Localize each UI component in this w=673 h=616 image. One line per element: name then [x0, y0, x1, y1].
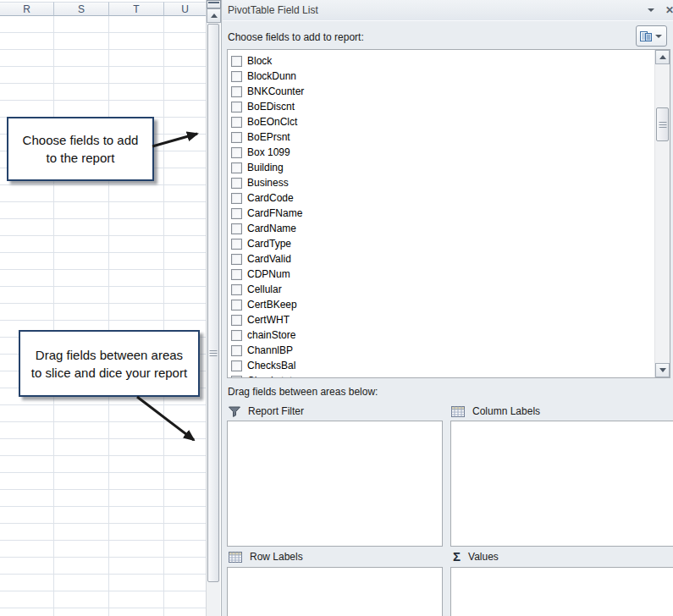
field-label: BoEPrsnt: [247, 131, 290, 143]
area-label: Values: [468, 551, 499, 563]
field-list-item-clipped[interactable]: Checkstat: [231, 373, 654, 378]
field-checkbox[interactable]: [231, 284, 242, 295]
field-checkbox[interactable]: [231, 147, 242, 158]
field-label: Building: [247, 162, 284, 173]
thumb-grip-icon: [659, 120, 666, 129]
field-checkbox[interactable]: [231, 102, 242, 113]
field-label: BlockDunn: [247, 70, 296, 82]
field-list-item[interactable]: Business: [231, 175, 654, 190]
column-labels-dropzone[interactable]: [450, 421, 673, 547]
split-handle[interactable]: [207, 0, 221, 8]
field-label: CDPNum: [247, 268, 290, 280]
field-checkbox[interactable]: [231, 345, 242, 356]
field-list-item[interactable]: CardCode: [231, 190, 654, 206]
field-list-item[interactable]: BoEDiscnt: [231, 99, 654, 114]
arrow-up-icon: [211, 14, 218, 18]
field-label: ChecksBal: [247, 360, 295, 371]
field-list-item[interactable]: Building: [231, 160, 654, 175]
column-header-s[interactable]: S: [54, 2, 109, 16]
field-list-item[interactable]: CardValid: [231, 251, 654, 267]
worksheet-grid[interactable]: [0, 16, 206, 616]
field-list-item[interactable]: ChannlBP: [231, 343, 654, 358]
field-checkbox[interactable]: [231, 193, 242, 204]
field-label: Cellular: [247, 283, 282, 295]
callout-text-line: to the report: [47, 149, 115, 167]
values-dropzone[interactable]: [450, 567, 673, 616]
field-list-scrollbar[interactable]: [654, 50, 670, 377]
column-header-t[interactable]: T: [109, 2, 164, 16]
field-checkbox[interactable]: [231, 315, 242, 326]
field-list-item[interactable]: CertBKeep: [231, 297, 654, 312]
pane-layout-button[interactable]: [636, 25, 667, 47]
field-checkbox[interactable]: [231, 208, 242, 219]
field-list-item[interactable]: CardName: [231, 221, 654, 236]
field-list-item[interactable]: CertWHT: [231, 312, 654, 327]
sheet-vertical-scrollbar[interactable]: [206, 0, 220, 616]
report-filter-dropzone[interactable]: [227, 421, 443, 547]
callout-drag-fields: Drag fields between areas to slice and d…: [19, 330, 200, 397]
field-checkbox[interactable]: [231, 239, 242, 250]
pivottable-field-list-pane: PivotTable Field List ✕ Choose fields to…: [221, 0, 673, 616]
field-checkbox[interactable]: [231, 360, 242, 371]
field-list-item[interactable]: BNKCounter: [231, 84, 654, 99]
field-label: ChannlBP: [247, 344, 293, 356]
field-checkbox[interactable]: [231, 132, 242, 143]
scroll-down-button[interactable]: [655, 363, 670, 377]
field-checkbox[interactable]: [231, 223, 242, 234]
field-checkbox[interactable]: [231, 300, 242, 311]
arrow-up-icon: [659, 55, 666, 59]
field-label: Checkstat: [247, 375, 292, 378]
field-list-item[interactable]: chainStore: [231, 327, 654, 343]
field-checkbox[interactable]: [231, 86, 242, 97]
sigma-icon: Σ: [453, 551, 461, 563]
area-label: Report Filter: [248, 405, 304, 417]
filter-funnel-icon: [229, 406, 240, 417]
field-list-item[interactable]: ChecksBal: [231, 358, 654, 373]
field-label: CardFName: [247, 207, 302, 219]
field-list-item[interactable]: Box 1099: [231, 145, 654, 160]
column-header-u[interactable]: U: [164, 2, 206, 16]
field-checkbox[interactable]: [231, 269, 242, 280]
field-list-item[interactable]: BoEOnClct: [231, 114, 654, 129]
report-filter-header: Report Filter: [229, 404, 304, 418]
area-label: Column Labels: [472, 405, 540, 417]
values-header: Σ Values: [453, 550, 499, 564]
area-label: Row Labels: [250, 551, 303, 563]
field-list-item[interactable]: BlockDunn: [231, 69, 654, 84]
field-list-item[interactable]: Cellular: [231, 282, 654, 297]
gridline: [53, 16, 54, 616]
field-list-item[interactable]: CardType: [231, 236, 654, 251]
field-label: Business: [247, 177, 289, 189]
pane-menu-button[interactable]: [644, 3, 658, 17]
field-label: CardType: [247, 238, 291, 250]
scroll-up-button[interactable]: [655, 50, 670, 64]
scrollbar-thumb[interactable]: [207, 24, 219, 582]
scrollbar-thumb[interactable]: [656, 107, 669, 141]
callout-text-line: Drag fields between areas: [36, 346, 183, 364]
callout-choose-fields: Choose fields to add to the report: [7, 117, 154, 181]
field-label: BoEDiscnt: [247, 101, 295, 113]
field-list-item[interactable]: BoEPrsnt: [231, 129, 654, 145]
arrow-down-icon: [659, 368, 666, 372]
field-list-layout-icon: [639, 30, 653, 43]
field-checkbox[interactable]: [231, 330, 242, 341]
excel-pivot-screen: { "spreadsheet": { "column_headers": ["R…: [0, 0, 673, 616]
field-label: CardCode: [247, 192, 294, 204]
field-list-item[interactable]: CDPNum: [231, 267, 654, 282]
scroll-up-button[interactable]: [207, 8, 221, 23]
field-checkbox[interactable]: [231, 56, 242, 67]
pane-close-button[interactable]: ✕: [663, 3, 673, 17]
pane-titlebar[interactable]: PivotTable Field List ✕: [223, 0, 673, 21]
field-checkbox[interactable]: [231, 376, 242, 379]
field-checkbox[interactable]: [231, 254, 242, 265]
field-checkbox[interactable]: [231, 117, 242, 128]
field-checkbox[interactable]: [231, 162, 242, 173]
field-list-item[interactable]: Block: [231, 53, 654, 69]
field-list-item[interactable]: CardFName: [231, 206, 654, 221]
field-checkbox[interactable]: [231, 71, 242, 82]
row-labels-dropzone[interactable]: [227, 567, 443, 616]
column-header-r[interactable]: R: [0, 2, 54, 16]
field-checkbox[interactable]: [231, 178, 242, 189]
table-grid-icon: [451, 406, 465, 417]
callout-text-line: Choose fields to add: [23, 131, 139, 149]
